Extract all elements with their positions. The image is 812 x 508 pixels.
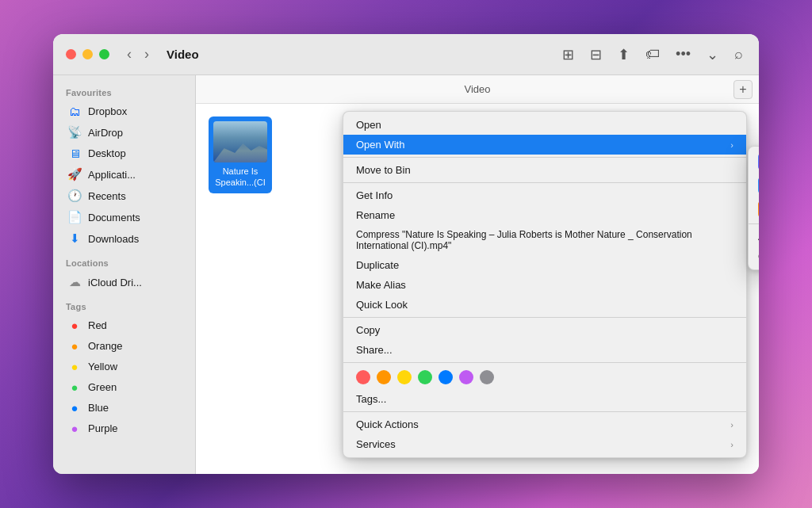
cm-quick-look-label: Quick Look [356, 299, 408, 311]
sidebar-item-blue[interactable]: ● Blue [58, 398, 190, 418]
tag-blue-icon: ● [67, 401, 82, 414]
cm-copy-label: Copy [356, 324, 380, 336]
view-icon-2[interactable]: ⊟ [587, 43, 605, 67]
sidebar-item-label: Desktop [88, 147, 126, 159]
cm-quick-actions[interactable]: Quick Actions › [343, 414, 746, 434]
cm-open-with[interactable]: Open With › Elmedia Player QuickTime Pla… [343, 135, 746, 155]
sidebar-item-label: iCloud Dri... [88, 277, 142, 288]
content-header-title: Video [464, 83, 490, 95]
tag-dot-green[interactable] [418, 370, 432, 384]
chevron-down-icon[interactable]: ⌄ [703, 43, 722, 67]
sidebar-section-tags: Tags [53, 299, 195, 315]
sidebar-item-airdrop[interactable]: 📡 AirDrop [58, 122, 190, 143]
cm-share[interactable]: Share... [343, 340, 746, 360]
sidebar-section-locations: Locations [53, 255, 195, 271]
sidebar-item-label: Downloads [88, 233, 139, 245]
tag-icon[interactable]: 🏷 [642, 43, 663, 66]
tag-dot-blue[interactable] [439, 370, 453, 384]
cm-duplicate[interactable]: Duplicate [343, 255, 746, 275]
cm-duplicate-label: Duplicate [356, 259, 399, 271]
sidebar-item-orange[interactable]: ● Orange [58, 336, 190, 356]
open-with-submenu: Elmedia Player QuickTime Player (default… [748, 146, 759, 270]
tag-dot-yellow[interactable] [397, 370, 412, 384]
cm-open-with-label: Open With [356, 139, 404, 151]
sidebar-item-icloud[interactable]: ☁ iCloud Dri... [58, 272, 190, 292]
cm-make-alias[interactable]: Make Alias [343, 275, 746, 295]
sidebar-item-label: Red [88, 319, 107, 331]
traffic-lights [66, 49, 109, 59]
titlebar: ‹ › Video ⊞ ⊟ ⬆ 🏷 ••• ⌄ ⌕ [53, 34, 759, 75]
sidebar-item-green[interactable]: ● Green [58, 377, 190, 397]
elmedia-icon [758, 154, 759, 170]
file-thumbnail [213, 121, 267, 162]
sidebar-item-recents[interactable]: 🕐 Recents [58, 185, 190, 206]
main-content: Favourites 🗂 Dropbox 📡 AirDrop 🖥 Desktop… [53, 75, 759, 474]
sidebar-item-label: Recents [88, 190, 126, 202]
submenu-books[interactable]: Books [749, 197, 759, 221]
tag-orange-icon: ● [67, 339, 82, 353]
cm-compress[interactable]: Compress "Nature Is Speaking – Julia Rob… [343, 225, 746, 255]
thumbnail-mountain [213, 139, 267, 162]
tag-dot-purple[interactable] [459, 370, 473, 384]
tag-dot-red[interactable] [356, 370, 370, 384]
more-icon[interactable]: ••• [672, 43, 694, 66]
submenu-app-store[interactable]: App Store... [749, 227, 759, 246]
cm-separator-4 [343, 362, 746, 363]
sidebar-item-label: Applicati... [88, 169, 136, 181]
window-title: Video [167, 48, 199, 61]
close-button[interactable] [66, 49, 76, 59]
applications-icon: 🚀 [67, 167, 82, 181]
cm-services[interactable]: Services › [343, 434, 746, 454]
chevron-right-icon: › [730, 140, 733, 150]
sidebar-item-desktop[interactable]: 🖥 Desktop [58, 143, 190, 163]
submenu-app-store-label: App Store... [758, 231, 759, 243]
sidebar-item-documents[interactable]: 📄 Documents [58, 207, 190, 227]
cm-separator-5 [343, 411, 746, 412]
cm-separator-3 [343, 317, 746, 318]
sidebar-item-downloads[interactable]: ⬇ Downloads [58, 228, 190, 249]
sidebar-item-label: Documents [88, 212, 140, 223]
cm-services-label: Services [356, 438, 396, 450]
cm-tags-label: Tags... [356, 393, 386, 405]
context-menu: Open Open With › Elmedia Player QuickTim… [343, 111, 747, 458]
cm-open[interactable]: Open [343, 115, 746, 135]
cm-move-to-bin[interactable]: Move to Bin [343, 160, 746, 180]
tag-purple-icon: ● [67, 422, 82, 435]
search-icon[interactable]: ⌕ [731, 43, 746, 66]
back-button[interactable]: ‹ [122, 44, 136, 64]
share-icon[interactable]: ⬆ [615, 43, 633, 67]
submenu-other[interactable]: Other... [749, 246, 759, 266]
tag-dot-orange[interactable] [377, 370, 391, 384]
submenu-elmedia[interactable]: Elmedia Player [749, 150, 759, 174]
file-item-video[interactable]: Nature IsSpeakin...(CI [209, 116, 272, 193]
maximize-button[interactable] [99, 49, 109, 59]
airdrop-icon: 📡 [67, 125, 82, 139]
cm-separator-1 [343, 157, 746, 158]
submenu-quicktime[interactable]: QuickTime Player (default) [749, 174, 759, 197]
forward-button[interactable]: › [140, 44, 154, 64]
sidebar-item-red[interactable]: ● Red [58, 315, 190, 335]
sidebar-section-favourites: Favourites [53, 85, 195, 101]
minimize-button[interactable] [82, 49, 93, 59]
chevron-right-icon-3: › [730, 440, 733, 449]
file-item-name: Nature IsSpeakin...(CI [215, 166, 266, 189]
cm-copy[interactable]: Copy [343, 320, 746, 340]
submenu-other-label: Other... [758, 250, 759, 262]
cm-quick-look[interactable]: Quick Look [343, 295, 746, 315]
cm-compress-label: Compress "Nature Is Speaking – Julia Rob… [356, 229, 733, 251]
tag-dot-gray[interactable] [480, 370, 494, 384]
cm-rename[interactable]: Rename [343, 205, 746, 225]
cm-get-info[interactable]: Get Info [343, 185, 746, 205]
content-header: Video + [196, 75, 759, 104]
icloud-icon: ☁ [67, 275, 82, 289]
sidebar-item-purple[interactable]: ● Purple [58, 418, 190, 438]
sidebar-item-dropbox[interactable]: 🗂 Dropbox [58, 101, 190, 121]
desktop-icon: 🖥 [67, 147, 82, 160]
cm-tags-row [343, 365, 746, 389]
cm-tags[interactable]: Tags... [343, 389, 746, 409]
sidebar-item-applications[interactable]: 🚀 Applicati... [58, 164, 190, 185]
view-icon[interactable]: ⊞ [559, 43, 577, 67]
add-tab-button[interactable]: + [733, 80, 753, 99]
sidebar-item-yellow[interactable]: ● Yellow [58, 357, 190, 376]
books-icon [758, 201, 759, 217]
